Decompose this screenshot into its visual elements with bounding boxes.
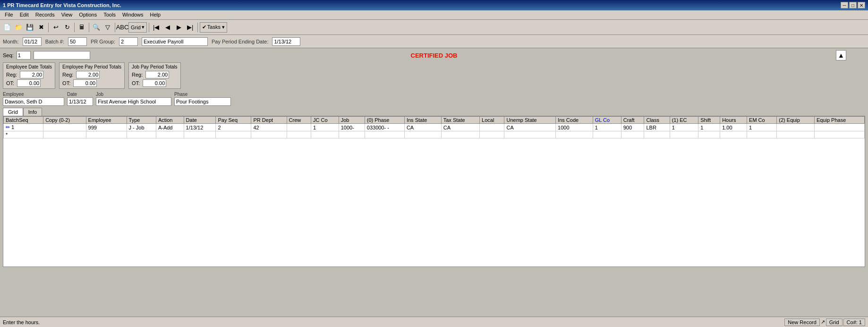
toolbar-filter[interactable]: ▽: [102, 22, 113, 33]
menu-edit[interactable]: Edit: [17, 11, 32, 18]
toolbar-calc[interactable]: 🖩: [77, 22, 87, 33]
col-equip[interactable]: (2) Equip: [777, 117, 815, 124]
job-pp-reg-input[interactable]: [145, 71, 169, 78]
batch-label: Batch #:: [45, 39, 64, 44]
tasks-label: Tasks ▾: [207, 24, 225, 30]
emp-date-reg-label: Reg:: [6, 72, 17, 77]
col-prdept[interactable]: PR Dept: [251, 117, 287, 124]
toolbar-save[interactable]: 💾: [25, 22, 35, 33]
title-bar-buttons: ─ □ ✕: [841, 2, 865, 9]
emp-pp-reg-label: Reg:: [62, 72, 73, 77]
grid-dropdown[interactable]: Grid ▾: [128, 22, 147, 33]
col-jcco[interactable]: JC Co: [311, 117, 339, 124]
col-craft[interactable]: Craft: [621, 117, 644, 124]
menu-help[interactable]: Help: [147, 11, 164, 18]
tab-grid[interactable]: Grid: [3, 108, 23, 116]
col-unemp-state[interactable]: Unemp State: [504, 117, 556, 124]
menu-view[interactable]: View: [59, 11, 76, 18]
pr-group-input[interactable]: [119, 37, 138, 46]
row-job: 1000-: [339, 124, 365, 131]
row-payseq: 2: [216, 124, 251, 131]
date-label: Date: [67, 92, 93, 97]
pay-period-input[interactable]: [272, 37, 300, 46]
emp-date-reg-input[interactable]: [20, 71, 43, 78]
col-hours[interactable]: Hours: [720, 117, 747, 124]
job-label: Job: [96, 92, 171, 97]
batch-input[interactable]: [68, 37, 87, 46]
col-tax-state[interactable]: Tax State: [441, 117, 479, 124]
nav-next[interactable]: ▶: [174, 22, 184, 33]
employee-input[interactable]: [3, 97, 64, 106]
col-type[interactable]: Type: [127, 117, 156, 124]
col-payseq[interactable]: Pay Seq: [216, 117, 251, 124]
minimize-button[interactable]: ─: [841, 2, 848, 9]
grid-container[interactable]: BatchSeq Copy (0-2) Employee Type Action…: [3, 116, 865, 267]
col-job[interactable]: Job: [339, 117, 365, 124]
col-ec[interactable]: (1) EC: [670, 117, 698, 124]
col-shift[interactable]: Shift: [698, 117, 720, 124]
toolbar-refresh[interactable]: ↻: [62, 22, 72, 33]
toolbar-open[interactable]: 📁: [13, 22, 24, 33]
tab-info[interactable]: Info: [23, 108, 42, 116]
col-class[interactable]: Class: [644, 117, 670, 124]
phase-field: Phase: [174, 92, 231, 106]
phase-input[interactable]: [174, 97, 231, 106]
col-date[interactable]: Date: [184, 117, 216, 124]
col-copy[interactable]: Copy (0-2): [43, 117, 86, 124]
col-ins-code[interactable]: Ins Code: [556, 117, 593, 124]
emp-pp-reg-input[interactable]: [76, 71, 100, 78]
menu-records[interactable]: Records: [33, 11, 58, 18]
seq-input2[interactable]: [34, 51, 90, 60]
toolbar-undo[interactable]: ↩: [51, 22, 61, 33]
close-button[interactable]: ✕: [858, 2, 865, 9]
tasks-button[interactable]: ✔ Tasks ▾: [200, 22, 227, 33]
row-local: [480, 124, 504, 131]
pay-period-label: Pay Period Ending Date:: [212, 39, 268, 44]
title-bar: 1 PR Timecard Entry for Vista Constructi…: [0, 0, 868, 10]
nav-last[interactable]: ▶|: [185, 22, 196, 33]
nav-prev[interactable]: ◀: [162, 22, 173, 33]
job-pp-ot-input[interactable]: [143, 79, 166, 87]
job-input[interactable]: [96, 97, 171, 106]
col-batchseq[interactable]: BatchSeq: [4, 117, 43, 124]
menu-file[interactable]: File: [2, 11, 16, 18]
row-date: 1/13/12: [184, 124, 216, 131]
new-row-indicator: *: [4, 131, 43, 138]
date-input[interactable]: [67, 97, 93, 106]
col-action[interactable]: Action: [156, 117, 184, 124]
month-input[interactable]: [23, 37, 42, 46]
table-row[interactable]: ✏ 1 999 J - Job A-Add 1/13/12 2 42 1 100…: [4, 124, 865, 131]
menu-windows[interactable]: Windows: [119, 11, 146, 18]
employee-label: Employee: [3, 92, 64, 97]
menu-tools[interactable]: Tools: [101, 11, 119, 18]
toolbar-search[interactable]: 🔍: [91, 22, 102, 33]
toolbar-delete[interactable]: ✖: [36, 22, 46, 33]
col-em-co[interactable]: EM Co: [747, 117, 777, 124]
pr-group-label: PR Group:: [91, 39, 115, 44]
new-row[interactable]: *: [4, 131, 865, 138]
toolbar-new[interactable]: 📄: [2, 22, 12, 33]
pr-group-name-input[interactable]: [142, 37, 208, 46]
row-phase: 033000- -: [365, 124, 404, 131]
toolbar-spell[interactable]: ABC: [117, 22, 128, 33]
col-local[interactable]: Local: [480, 117, 504, 124]
collapse-btn[interactable]: ▲: [836, 50, 846, 60]
job-field: Job: [96, 92, 171, 106]
row-copy: [43, 124, 86, 131]
emp-pp-ot-input[interactable]: [73, 79, 97, 87]
emp-pp-ot-label: OT:: [62, 80, 70, 86]
menu-options[interactable]: Options: [76, 11, 100, 18]
emp-row: Employee Date Job Phase: [3, 92, 865, 106]
col-phase[interactable]: (0) Phase: [365, 117, 404, 124]
nav-first[interactable]: |◀: [151, 22, 162, 33]
col-employee[interactable]: Employee: [86, 117, 127, 124]
col-ins-state[interactable]: Ins State: [404, 117, 441, 124]
col-crew[interactable]: Crew: [287, 117, 311, 124]
emp-date-ot-input[interactable]: [17, 79, 41, 87]
col-gl-co[interactable]: GL Co: [593, 117, 621, 124]
window-title: 1 PR Timecard Entry for Vista Constructi…: [3, 2, 121, 8]
restore-button[interactable]: □: [849, 2, 857, 9]
seq-input[interactable]: [17, 51, 31, 60]
separator-3: [89, 23, 89, 32]
col-equip-phase[interactable]: Equip Phase: [814, 117, 864, 124]
